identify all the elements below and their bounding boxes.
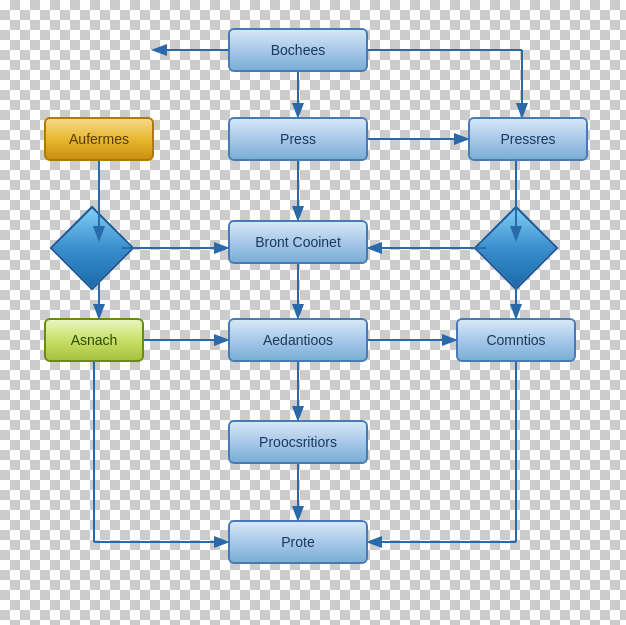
decision-diamond-1 [62,218,122,278]
asnach-box: Asnach [44,318,144,362]
aufermes-box: Aufermes [44,117,154,161]
decision-diamond-2 [486,218,546,278]
proocsritiors-box: Proocsritiors [228,420,368,464]
aedantioos-box: Aedantioos [228,318,368,362]
pressres-box: Pressres [468,117,588,161]
comntios-box: Comntios [456,318,576,362]
press-box: Press [228,117,368,161]
bochees-box: Bochees [228,28,368,72]
prote-box: Prote [228,520,368,564]
brontcooinet-box: Bront Cooinet [228,220,368,264]
